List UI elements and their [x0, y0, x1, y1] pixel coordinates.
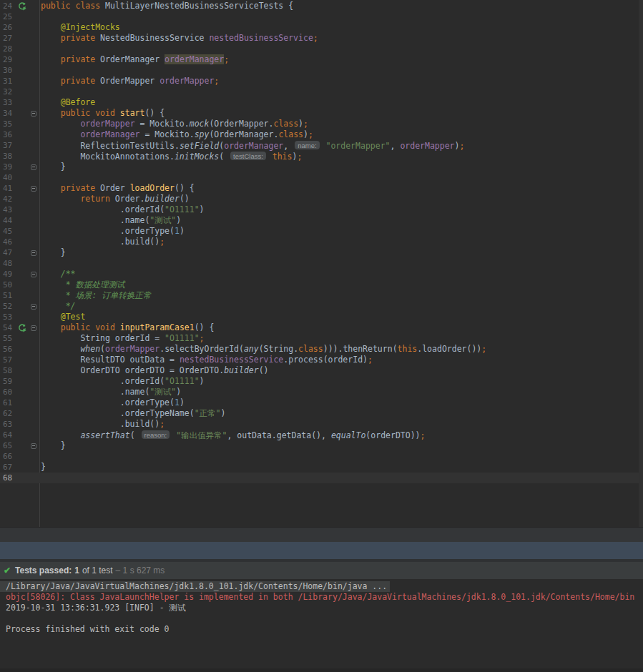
code-line[interactable]: 56 when(orderMapper.selectByOrderId(any(… — [0, 344, 639, 355]
fold-start-icon[interactable] — [28, 322, 39, 333]
fold-slot — [28, 376, 39, 387]
code-line[interactable]: 49 /** — [0, 269, 639, 280]
code-line[interactable]: 64 assertThat( reason: "输出值异常", outData.… — [0, 430, 639, 440]
code-line[interactable]: 68 — [0, 473, 639, 483]
code-line[interactable]: 53 @Test — [0, 312, 639, 322]
gutter-icon-slot — [16, 162, 28, 172]
code-line[interactable]: 63 .build(); — [0, 419, 639, 430]
code-line[interactable]: 59 .orderId("O1111") — [0, 376, 639, 387]
code-line[interactable]: 36 orderManager = Mockito.spy(OrderManag… — [0, 129, 639, 140]
code-text: .orderId("O1111") — [39, 376, 205, 387]
code-text: private NestedBusinessService nestedBusi… — [39, 33, 318, 44]
code-line[interactable]: 35 orderMapper = Mockito.mock(OrderMappe… — [0, 119, 639, 129]
code-line[interactable]: 43 .orderId("O1111") — [0, 204, 639, 215]
code-line[interactable]: 62 .orderTypeName("正常") — [0, 408, 639, 419]
code-line[interactable]: 31 private OrderMapper orderMapper; — [0, 76, 639, 87]
code-line[interactable]: 65 } — [0, 440, 639, 451]
code-text: MockitoAnnotations.initMocks( testClass:… — [39, 151, 302, 162]
gutter-icon-slot — [16, 129, 28, 140]
fold-end-icon[interactable] — [28, 301, 39, 312]
code-text: .orderType(1) — [39, 397, 185, 408]
code-line[interactable]: 29 private OrderManager orderManager; — [0, 54, 639, 65]
code-line[interactable]: 34 public void start() { — [0, 108, 639, 119]
fold-start-icon[interactable] — [28, 108, 39, 119]
code-line[interactable]: 58 OrderDTO orderDTO = OrderDTO.builder(… — [0, 365, 639, 376]
code-line[interactable]: 61 .orderType(1) — [0, 397, 639, 408]
code-line[interactable]: 27 private NestedBusinessService nestedB… — [0, 33, 639, 44]
code-text: @InjectMocks — [39, 22, 120, 33]
code-line[interactable]: 48 — [0, 258, 639, 269]
code-line[interactable]: 42 return Order.builder() — [0, 194, 639, 204]
code-line[interactable]: 40 — [0, 172, 639, 183]
code-line[interactable]: 60 .name("测试") — [0, 387, 639, 397]
gutter-icon-slot — [16, 65, 28, 76]
code-line[interactable]: 66 — [0, 451, 639, 462]
code-text: ReflectionTestUtils.setField(orderManage… — [39, 140, 464, 152]
line-number: 42 — [0, 194, 16, 204]
code-line[interactable]: 39 } — [0, 162, 639, 172]
code-line[interactable]: 47 } — [0, 247, 639, 258]
line-number: 39 — [0, 162, 16, 172]
fold-slot — [28, 44, 39, 54]
line-number: 61 — [0, 397, 16, 408]
fold-start-icon[interactable] — [28, 269, 39, 280]
line-number: 37 — [0, 140, 16, 151]
code-text: */ — [39, 301, 75, 312]
line-number: 33 — [0, 97, 16, 108]
code-line[interactable]: 45 .orderType(1) — [0, 226, 639, 237]
code-line[interactable]: 46 .build(); — [0, 237, 639, 247]
code-line[interactable]: 57 ResultDTO outData = nestedBusinessSer… — [0, 355, 639, 365]
code-line[interactable]: 54 public void inputParamCase1() { — [0, 322, 639, 333]
line-number: 43 — [0, 204, 16, 215]
line-number: 48 — [0, 258, 16, 269]
code-line[interactable]: 30 — [0, 65, 639, 76]
console-line-stdout: Process finished with exit code 0 — [0, 624, 643, 635]
gutter-icon-slot — [16, 215, 28, 226]
console-line-cmd[interactable]: /Library/Java/JavaVirtualMachines/jdk1.8… — [0, 581, 643, 592]
gutter-icon-slot — [16, 280, 28, 290]
test-tree-panel — [0, 527, 643, 542]
code-line[interactable]: 51 * 场景: 订单转换正常 — [0, 290, 639, 301]
fold-slot — [28, 397, 39, 408]
code-line[interactable]: 55 String orderId = "O1111"; — [0, 333, 639, 344]
code-text: ResultDTO outData = nestedBusinessServic… — [39, 355, 373, 365]
fold-slot — [28, 333, 39, 344]
code-line[interactable]: 24public class MultiLayerNestedBusinessS… — [0, 1, 639, 11]
code-line[interactable]: 44 .name("测试") — [0, 215, 639, 226]
code-text: assertThat( reason: "输出值异常", outData.get… — [39, 430, 425, 441]
run-test-icon[interactable] — [16, 1, 28, 11]
gutter-icon-slot — [16, 473, 28, 483]
code-line[interactable]: 52 */ — [0, 301, 639, 312]
run-console[interactable]: /Library/Java/JavaVirtualMachines/jdk1.8… — [0, 579, 643, 668]
code-line[interactable]: 25 — [0, 11, 639, 22]
editor-scrollbar[interactable] — [639, 0, 643, 527]
code-line[interactable]: 50 * 数据处理测试 — [0, 280, 639, 290]
code-line[interactable]: 38 MockitoAnnotations.initMocks( testCla… — [0, 151, 639, 162]
fold-slot — [28, 419, 39, 430]
code-text: when(orderMapper.selectByOrderId(any(Str… — [39, 344, 486, 355]
code-line[interactable]: 33 @Before — [0, 97, 639, 108]
code-line[interactable]: 28 — [0, 44, 639, 54]
fold-start-icon[interactable] — [28, 183, 39, 194]
fold-slot — [28, 462, 39, 473]
run-test-icon[interactable] — [16, 322, 28, 333]
test-tree-selected-row[interactable] — [0, 542, 643, 559]
console-line-stderr: objc[58026]: Class JavaLaunchHelper is i… — [0, 592, 643, 603]
code-text: /** — [39, 269, 75, 280]
gutter-icon-slot — [16, 462, 28, 473]
code-line[interactable]: 26 @InjectMocks — [0, 22, 639, 33]
code-editor[interactable]: 24public class MultiLayerNestedBusinessS… — [0, 0, 643, 527]
gutter-icon-slot — [16, 419, 28, 430]
fold-slot — [28, 140, 39, 151]
gutter-icon-slot — [16, 172, 28, 183]
fold-end-icon[interactable] — [28, 440, 39, 451]
line-number: 44 — [0, 215, 16, 226]
code-line[interactable]: 37 ReflectionTestUtils.setField(orderMan… — [0, 140, 639, 151]
code-line[interactable]: 41 private Order loadOrder() { — [0, 183, 639, 194]
code-line[interactable]: 67} — [0, 462, 639, 473]
fold-end-icon[interactable] — [28, 162, 39, 172]
code-line[interactable]: 32 — [0, 87, 639, 97]
fold-slot — [28, 226, 39, 237]
fold-end-icon[interactable] — [28, 247, 39, 258]
code-text: } — [39, 462, 46, 473]
